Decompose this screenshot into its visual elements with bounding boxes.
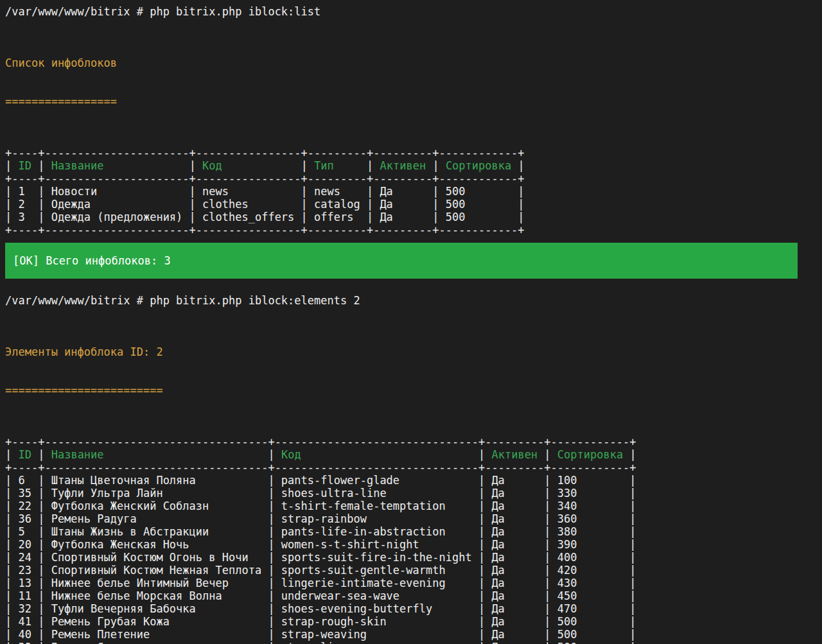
- section-title-underline: ========================: [5, 384, 817, 397]
- terminal[interactable]: /var/www/www/bitrix # php bitrix.php ibl…: [0, 0, 822, 644]
- section-title: Список инфоблоков: [5, 57, 817, 69]
- section-title: Элементы инфоблока ID: 2: [5, 345, 817, 358]
- iblocks-table: +----+----------------------+-----------…: [5, 146, 817, 236]
- section-title-underline: =================: [5, 95, 817, 108]
- command-line-iblock-list: /var/www/www/bitrix # php bitrix.php ibl…: [5, 5, 817, 18]
- elements-table: +----+----------------------------------…: [5, 435, 817, 644]
- success-banner-iblocks: [OK] Всего инфоблоков: 3: [5, 243, 798, 279]
- iblock-list-section: /var/www/www/bitrix # php bitrix.php ibl…: [5, 5, 817, 279]
- iblock-elements-heading: Элементы инфоблока ID: 2 ===============…: [5, 320, 817, 422]
- command-line-iblock-elements: /var/www/www/bitrix # php bitrix.php ibl…: [5, 294, 817, 307]
- iblock-elements-section: /var/www/www/bitrix # php bitrix.php ibl…: [5, 294, 817, 644]
- iblock-list-heading: Список инфоблоков =================: [5, 31, 817, 134]
